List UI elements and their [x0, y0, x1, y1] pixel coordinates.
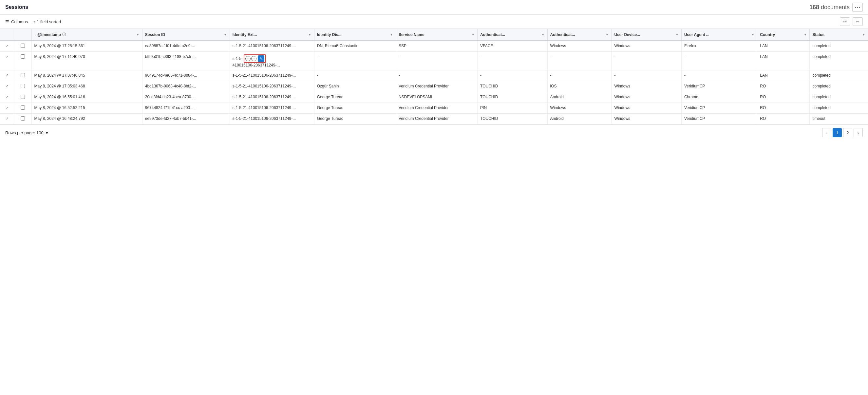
auth1-label: Authenticat...: [480, 32, 505, 37]
sessions-table: ↓ @timestamp ⓘ ▼ Session ID ▼ Identity E…: [0, 29, 868, 124]
sort-info: ↑ 1 field sorted: [33, 19, 61, 24]
device-dropdown-icon[interactable]: ▼: [675, 33, 679, 36]
identity-ext-cell: s-1-5-21-410015106-2063711249-...: [229, 103, 314, 114]
auth1-col-header[interactable]: Authenticat... ▼: [477, 29, 548, 41]
timestamp-col-header[interactable]: ↓ @timestamp ⓘ ▼: [31, 29, 142, 41]
highlight-actions: +−✎: [244, 54, 266, 63]
row-checkbox[interactable]: [21, 54, 25, 59]
timestamp-dropdown-icon[interactable]: ▼: [136, 33, 140, 36]
country-cell: LAN: [757, 52, 810, 70]
status-dropdown-icon[interactable]: ▼: [862, 33, 865, 36]
auth1-dropdown-icon[interactable]: ▼: [541, 33, 545, 36]
expand-row-button[interactable]: ↗: [5, 105, 8, 110]
auth2-cell: -: [547, 70, 612, 81]
identity-dis-dropdown-icon[interactable]: ▼: [390, 33, 393, 36]
status-cell: completed: [810, 92, 868, 103]
expand-row-button[interactable]: ↗: [5, 73, 8, 78]
top-bar-right: 168 documents ⋯: [809, 3, 863, 12]
rows-per-page-value: 100: [36, 130, 43, 135]
rows-per-page-label: Rows per page:: [5, 130, 35, 135]
expand-cell: ↗: [0, 114, 14, 124]
auth2-col-header[interactable]: Authenticat... ▼: [547, 29, 612, 41]
country-cell: RO: [757, 92, 810, 103]
filter-exclude-button[interactable]: −: [251, 56, 256, 61]
country-cell: RO: [757, 114, 810, 124]
agent-cell: -: [681, 52, 757, 70]
rows-per-page[interactable]: Rows per page: 100 ▼: [5, 130, 49, 135]
auth1-cell: TOUCHID: [477, 92, 548, 103]
country-dropdown-icon[interactable]: ▼: [804, 33, 807, 36]
checkbox-cell: [14, 70, 31, 81]
checkbox-cell: [14, 41, 31, 52]
agent-cell: -: [681, 70, 757, 81]
status-cell: completed: [810, 81, 868, 92]
timestamp-cell: May 8, 2024 @ 16:55:01.416: [31, 92, 142, 103]
identity-ext-cell: s-1-5-21-410015106-2063711249-...: [229, 41, 314, 52]
expand-row-button[interactable]: ↗: [5, 84, 8, 88]
session-id-col-header[interactable]: Session ID ▼: [142, 29, 229, 41]
identity-dis-col-header[interactable]: Identity Dis... ▼: [314, 29, 396, 41]
dots-menu-icon[interactable]: ⋯: [852, 3, 863, 12]
auth2-dropdown-icon[interactable]: ▼: [605, 33, 609, 36]
service-name-col-header[interactable]: Service Name ▼: [396, 29, 477, 41]
auth1-cell: VFACE: [477, 41, 548, 52]
filter-include-button[interactable]: +: [245, 56, 251, 61]
page-1-button[interactable]: 1: [833, 128, 842, 137]
agent-cell: Firefox: [681, 41, 757, 52]
doc-count: 168 documents: [809, 4, 850, 11]
country-cell: LAN: [757, 41, 810, 52]
row-checkbox[interactable]: [21, 116, 25, 121]
identity-dis-cell: George Tureac: [314, 103, 396, 114]
expand-row-button[interactable]: ↗: [5, 116, 8, 121]
identity-ext-dropdown-icon[interactable]: ▼: [308, 33, 311, 36]
service-name-dropdown-icon[interactable]: ▼: [471, 33, 475, 36]
row-checkbox[interactable]: [21, 95, 25, 99]
agent-dropdown-icon[interactable]: ▼: [751, 33, 754, 36]
auth1-cell: PIN: [477, 103, 548, 114]
table-row: ↗May 8, 2024 @ 16:52:52.21596744824-f71f…: [0, 103, 868, 114]
prev-page-button[interactable]: ‹: [822, 128, 831, 137]
agent-col-header[interactable]: User Agent ... ▼: [681, 29, 757, 41]
table-view-button[interactable]: ☷: [840, 18, 850, 26]
auth2-label: Authenticat...: [550, 32, 575, 37]
row-checkbox[interactable]: [21, 73, 25, 77]
row-checkbox[interactable]: [21, 105, 25, 110]
device-label: User Device...: [614, 32, 640, 37]
edit-filter-button[interactable]: ✎: [258, 55, 264, 62]
identity-ext-cell: s-1-5-21-410015106-2063711249-...: [229, 81, 314, 92]
checkbox-col-header: [14, 29, 31, 41]
identity-ext-cell: s-1-5- +−✎410015106-2063711249-...: [229, 52, 314, 70]
session-id-cell: 96744824-f71f-41cc-a203-...: [142, 103, 229, 114]
status-col-header[interactable]: Status ▼: [810, 29, 868, 41]
auth1-cell: -: [477, 70, 548, 81]
columns-button[interactable]: ☰ Columns: [5, 19, 28, 24]
timestamp-cell: May 8, 2024 @ 17:11:40.070: [31, 52, 142, 70]
identity-ext-col-header[interactable]: Identity Ext... ▼: [229, 29, 314, 41]
checkbox-cell: [14, 114, 31, 124]
row-checkbox[interactable]: [21, 43, 25, 48]
country-col-header[interactable]: Country ▼: [757, 29, 810, 41]
status-cell: completed: [810, 103, 868, 114]
session-id-dropdown-icon[interactable]: ▼: [224, 33, 227, 36]
session-id-cell: ea89887a-1f01-4dfd-a2e9-...: [142, 41, 229, 52]
identity-ext-cell: s-1-5-21-410015106-2063711249-...: [229, 70, 314, 81]
expand-row-button[interactable]: ↗: [5, 43, 8, 48]
country-cell: RO: [757, 81, 810, 92]
session-id-cell: ee9973de-fd27-4ab7-bb41-...: [142, 114, 229, 124]
row-checkbox[interactable]: [21, 84, 25, 88]
expand-row-button[interactable]: ↗: [5, 54, 8, 59]
next-page-button[interactable]: ›: [854, 128, 863, 137]
document-view-button[interactable]: ☵: [852, 18, 863, 26]
auth1-cell: TOUCHID: [477, 114, 548, 124]
session-id-cell: 9649174d-4e05-4c71-8b84-...: [142, 70, 229, 81]
device-col-header[interactable]: User Device... ▼: [612, 29, 682, 41]
auth1-cell: TOUCHID: [477, 81, 548, 92]
device-cell: Windows: [612, 103, 682, 114]
status-cell: timeout: [810, 114, 868, 124]
device-cell: Windows: [612, 81, 682, 92]
page-2-button[interactable]: 2: [843, 128, 852, 137]
expand-row-button[interactable]: ↗: [5, 95, 8, 99]
rows-per-page-dropdown-icon[interactable]: ▼: [45, 130, 49, 135]
identity-dis-cell: -: [314, 52, 396, 70]
service-name-cell: -: [396, 52, 477, 70]
